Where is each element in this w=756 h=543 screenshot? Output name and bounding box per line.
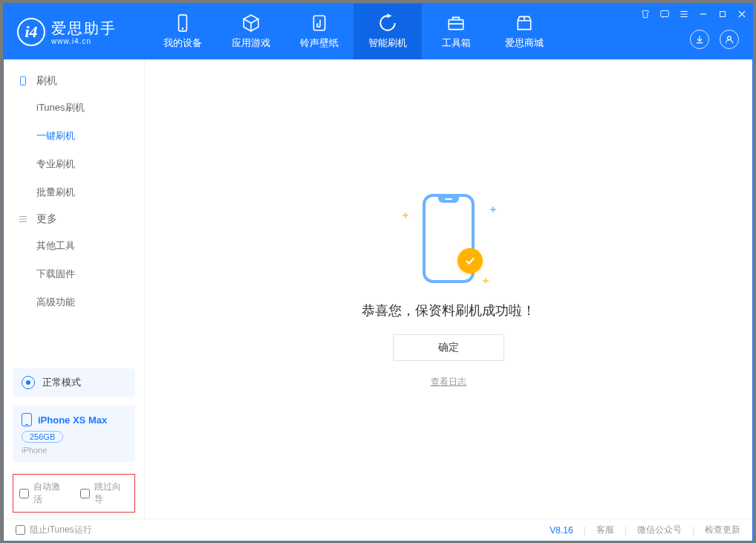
wechat-link[interactable]: 微信公众号 — [637, 524, 682, 536]
nav-label: 智能刷机 — [368, 36, 407, 50]
nav-my-device[interactable]: 我的设备 — [149, 4, 217, 59]
separator: | — [625, 525, 627, 536]
statusbar-right: V8.16 | 客服 | 微信公众号 | 检查更新 — [550, 524, 740, 536]
device-type: iPhone — [22, 446, 126, 455]
device-name: iPhone XS Max — [38, 414, 107, 426]
sidebar-item-itunes-flash[interactable]: iTunes刷机 — [4, 94, 144, 122]
nav-label: 爱思商城 — [505, 36, 544, 50]
sidebar-spacer — [4, 316, 144, 364]
download-icon[interactable] — [690, 30, 709, 49]
store-icon — [515, 13, 534, 33]
checkbox-label: 自动激活 — [33, 481, 68, 506]
logo-area: i4 爱思助手 www.i4.cn — [4, 18, 149, 46]
app-window: i4 爱思助手 www.i4.cn 我的设备 应用游戏 — [3, 3, 753, 542]
check-update-link[interactable]: 检查更新 — [705, 524, 740, 536]
flash-options-row: 自动激活 跳过向导 — [13, 474, 135, 513]
checkbox-label: 阻止iTunes运行 — [30, 524, 92, 536]
svg-rect-3 — [449, 20, 463, 30]
separator: | — [584, 525, 586, 536]
status-indicator-icon — [22, 376, 35, 389]
nav-ringtones[interactable]: 铃声壁纸 — [285, 4, 353, 59]
checkbox-block-itunes-input[interactable] — [16, 525, 25, 535]
sync-icon — [378, 13, 397, 33]
app-url: www.i4.cn — [51, 37, 117, 45]
menu-icon[interactable] — [678, 8, 690, 20]
top-nav: 我的设备 应用游戏 铃声壁纸 智能刷机 — [149, 4, 558, 59]
checkbox-skip-setup-input[interactable] — [80, 489, 90, 498]
device-small-icon — [22, 413, 32, 426]
device-name-row: iPhone XS Max — [22, 413, 126, 426]
sparkle-icon — [403, 212, 407, 217]
sidebar-item-oneclick-flash[interactable]: 一键刷机 — [4, 122, 144, 150]
nav-flash[interactable]: 智能刷机 — [353, 4, 422, 59]
header-right-icons — [690, 30, 739, 49]
checkbox-block-itunes[interactable]: 阻止iTunes运行 — [16, 524, 92, 536]
toolbox-icon — [446, 13, 466, 33]
sidebar-item-advanced[interactable]: 高级功能 — [4, 288, 144, 316]
sidebar-item-batch-flash[interactable]: 批量刷机 — [4, 178, 144, 207]
version-label: V8.16 — [550, 525, 573, 536]
ok-button[interactable]: 确定 — [393, 334, 504, 361]
separator: | — [692, 525, 694, 536]
sidebar-group-flash: 刷机 — [4, 68, 144, 94]
view-log-link[interactable]: 查看日志 — [431, 376, 466, 388]
nav-label: 应用游戏 — [232, 36, 270, 50]
body: 刷机 iTunes刷机 一键刷机 专业刷机 批量刷机 更多 其他工具 下载固件 … — [4, 59, 752, 518]
account-icon[interactable] — [720, 30, 739, 49]
nav-label: 铃声壁纸 — [300, 36, 339, 50]
sidebar: 刷机 iTunes刷机 一键刷机 专业刷机 批量刷机 更多 其他工具 下载固件 … — [4, 59, 145, 518]
support-link[interactable]: 客服 — [596, 524, 614, 536]
minimize-icon[interactable] — [697, 8, 709, 20]
close-icon[interactable] — [736, 8, 748, 20]
sidebar-item-download-firmware[interactable]: 下载固件 — [4, 260, 144, 288]
header: i4 爱思助手 www.i4.cn 我的设备 应用游戏 — [4, 4, 752, 59]
svg-point-6 — [728, 36, 731, 40]
phone-small-icon — [17, 75, 29, 87]
sidebar-group-label: 刷机 — [36, 74, 57, 88]
checkbox-auto-activate[interactable]: 自动激活 — [19, 481, 68, 506]
app-name: 爱思助手 — [51, 19, 117, 39]
sparkle-icon — [490, 207, 495, 211]
device-card[interactable]: iPhone XS Max 256GB iPhone — [13, 406, 135, 462]
svg-rect-5 — [720, 12, 726, 17]
main-content: 恭喜您，保资料刷机成功啦！ 确定 查看日志 — [145, 59, 752, 518]
check-badge-icon — [457, 248, 483, 273]
svg-rect-4 — [661, 10, 669, 16]
svg-point-1 — [182, 28, 183, 30]
nav-label: 工具箱 — [442, 36, 471, 50]
sidebar-group-label: 更多 — [36, 212, 57, 226]
svg-rect-2 — [313, 16, 325, 30]
statusbar-left: 阻止iTunes运行 — [16, 524, 92, 536]
success-message: 恭喜您，保资料刷机成功啦！ — [362, 302, 535, 319]
shirt-icon[interactable] — [639, 8, 651, 20]
device-status-card[interactable]: 正常模式 — [13, 368, 135, 397]
sparkle-icon — [483, 278, 487, 282]
checkbox-skip-setup[interactable]: 跳过向导 — [80, 481, 129, 506]
logo-text: 爱思助手 www.i4.cn — [51, 19, 117, 45]
checkbox-label: 跳过向导 — [94, 481, 129, 506]
nav-store[interactable]: 爱思商城 — [490, 4, 558, 59]
cube-icon — [241, 13, 261, 33]
status-bar: 阻止iTunes运行 V8.16 | 客服 | 微信公众号 | 检查更新 — [4, 518, 752, 541]
sidebar-item-other-tools[interactable]: 其他工具 — [4, 232, 144, 260]
nav-label: 我的设备 — [163, 36, 202, 50]
list-icon — [17, 213, 29, 225]
success-illustration — [389, 190, 508, 287]
maximize-icon[interactable] — [717, 8, 729, 20]
window-controls — [639, 8, 748, 20]
logo-icon: i4 — [17, 18, 45, 46]
device-capacity: 256GB — [22, 431, 63, 443]
sidebar-item-pro-flash[interactable]: 专业刷机 — [4, 150, 144, 178]
phone-speaker — [445, 198, 452, 200]
device-icon — [173, 13, 192, 33]
checkbox-auto-activate-input[interactable] — [19, 489, 29, 498]
status-mode-label: 正常模式 — [42, 376, 81, 389]
nav-apps[interactable]: 应用游戏 — [217, 4, 285, 59]
sidebar-group-more: 更多 — [4, 207, 144, 232]
music-icon — [310, 13, 329, 33]
feedback-icon[interactable] — [659, 8, 671, 20]
nav-toolbox[interactable]: 工具箱 — [422, 4, 490, 59]
